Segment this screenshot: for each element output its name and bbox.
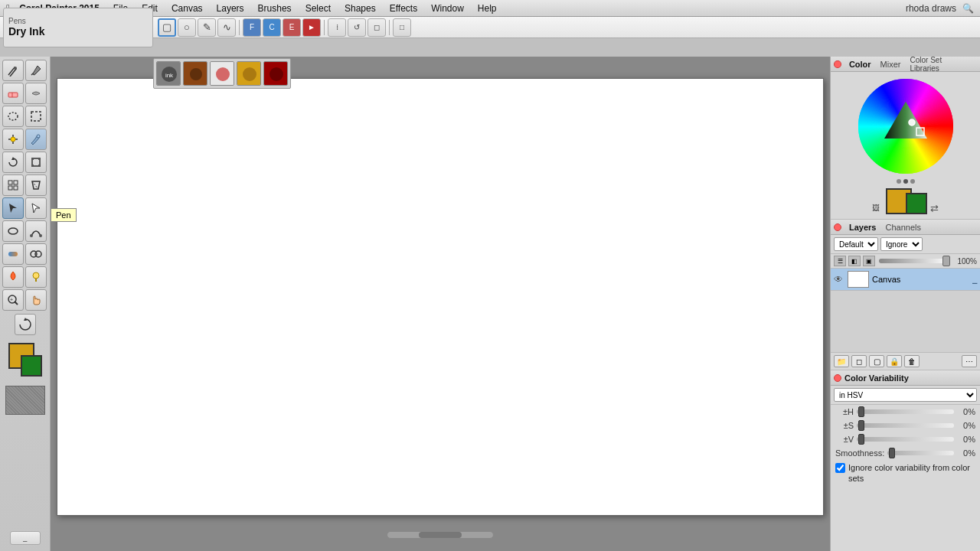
brush-preset-1[interactable]: ink xyxy=(156,61,181,86)
color-wheel[interactable] xyxy=(856,77,956,176)
smooth-slider-track[interactable] xyxy=(887,451,954,455)
fg-bg-color-display[interactable] xyxy=(5,340,45,380)
menu-select[interactable]: Select xyxy=(299,2,337,15)
brush-tool[interactable] xyxy=(2,60,24,81)
color-icon-left[interactable]: 🖼 xyxy=(872,204,883,214)
erase-back-btn[interactable]: ► xyxy=(302,18,321,37)
magic-wand-tool[interactable] xyxy=(2,129,24,150)
fill-front-btn[interactable]: F xyxy=(243,18,261,37)
bg-color-swatch[interactable] xyxy=(21,355,42,377)
tab-layers[interactable]: Layers xyxy=(844,221,880,233)
layers-btn-4[interactable]: 🔒 xyxy=(887,355,902,367)
fill-color-btn[interactable]: C xyxy=(263,18,281,37)
layer-expand-icon[interactable]: ⎯ xyxy=(972,276,977,284)
layer-visibility-eye[interactable]: 👁 xyxy=(834,274,844,285)
composite-method-select[interactable]: Default xyxy=(834,237,878,251)
h-scrollbar[interactable] xyxy=(387,531,494,539)
lasso-tool[interactable] xyxy=(2,106,24,127)
v-slider-thumb[interactable] xyxy=(858,434,864,445)
v-slider-track[interactable] xyxy=(857,437,954,442)
h-slider-track[interactable] xyxy=(857,409,954,414)
brush-preset-3[interactable] xyxy=(210,61,234,86)
paper-texture-swatch[interactable] xyxy=(5,386,45,415)
layers-btn-1[interactable]: 📁 xyxy=(834,355,849,367)
blend-mode-select[interactable]: Ignore xyxy=(880,237,923,251)
tab-color[interactable]: Color xyxy=(844,58,876,70)
layer-icon-2[interactable]: ◧ xyxy=(848,256,861,266)
color-wheel-canvas[interactable] xyxy=(856,77,956,176)
stroke-pen-btn[interactable]: ✎ xyxy=(198,18,216,37)
canvas-layer-row[interactable]: 👁 Canvas ⎯ xyxy=(831,269,980,291)
shape-rect-btn[interactable]: ▢ xyxy=(158,18,176,37)
bg-swatch-large[interactable] xyxy=(906,193,927,214)
rect-select-tool[interactable] xyxy=(25,106,47,127)
layers-btn-more[interactable]: ⋯ xyxy=(962,355,977,367)
rotate-canvas-tool[interactable] xyxy=(15,314,36,335)
burn-tool[interactable] xyxy=(2,266,24,288)
erase-front-btn[interactable]: E xyxy=(283,18,301,37)
layers-panel-close[interactable] xyxy=(834,223,841,231)
hand-tool[interactable] xyxy=(25,289,47,311)
canvas-area[interactable] xyxy=(51,57,830,551)
menu-brushes[interactable]: Brushes xyxy=(252,2,298,15)
h-slider-thumb[interactable] xyxy=(858,406,864,417)
tab-channels[interactable]: Channels xyxy=(880,221,925,233)
distort-tool[interactable] xyxy=(25,174,47,196)
opacity-slider-thumb[interactable] xyxy=(942,256,950,266)
brush-preset-2[interactable] xyxy=(183,61,207,86)
spacing-btn[interactable]: ⁞ xyxy=(328,18,346,37)
drawing-canvas[interactable] xyxy=(57,78,824,516)
rotate-tool[interactable] xyxy=(2,152,24,173)
eraser-tool[interactable] xyxy=(2,83,24,104)
arrow-tool[interactable] xyxy=(2,197,24,219)
capture-btn[interactable]: □ xyxy=(393,18,411,37)
bezier-tool[interactable] xyxy=(25,220,47,242)
layers-btn-2[interactable]: ◻ xyxy=(851,355,867,367)
direct-select-tool[interactable] xyxy=(25,197,47,219)
swap-colors-btn[interactable]: ⇄ xyxy=(930,203,939,214)
menu-shapes[interactable]: Shapes xyxy=(338,2,382,15)
grid-tool[interactable] xyxy=(2,174,24,196)
shape-tool[interactable] xyxy=(2,220,24,242)
blend-tool[interactable] xyxy=(2,243,24,265)
menu-layers[interactable]: Layers xyxy=(211,2,250,15)
layer-icon-3[interactable]: ▣ xyxy=(863,256,875,266)
tab-mixer[interactable]: Mixer xyxy=(876,58,906,70)
s-slider-track[interactable] xyxy=(857,423,954,428)
color-slider-row xyxy=(835,179,975,184)
menu-canvas[interactable]: Canvas xyxy=(165,2,209,15)
menu-help[interactable]: Help xyxy=(472,2,503,15)
opacity-slider-track[interactable] xyxy=(879,259,950,263)
brush-preset-5[interactable] xyxy=(263,61,288,86)
menu-window[interactable]: Window xyxy=(425,2,470,15)
shape-circle-btn[interactable]: ○ xyxy=(178,18,196,37)
interp-btn[interactable]: ↺ xyxy=(348,18,366,37)
color-panel-close[interactable] xyxy=(834,60,841,68)
menu-effects[interactable]: Effects xyxy=(384,2,423,15)
pen-name-label: Dry Ink xyxy=(8,25,148,37)
zoom-tool[interactable]: + xyxy=(2,289,24,311)
stroke-wave-btn[interactable]: ∿ xyxy=(217,18,236,37)
pen-vector-tool[interactable] xyxy=(25,129,47,150)
bottom-toggle[interactable]: ⎯ xyxy=(10,531,41,545)
dodge-tool[interactable] xyxy=(25,266,47,288)
layers-btn-5[interactable]: 🗑 xyxy=(904,355,920,367)
color-var-mode-select[interactable]: in HSV xyxy=(834,388,977,402)
smooth-slider-thumb[interactable] xyxy=(889,448,895,458)
layer-icon-1[interactable]: ☰ xyxy=(834,256,846,266)
brush-preset-4[interactable] xyxy=(237,61,261,86)
color-var-close[interactable] xyxy=(834,374,841,382)
clone-tool[interactable] xyxy=(25,243,47,265)
s-slider-thumb[interactable] xyxy=(858,420,864,431)
pen-selector[interactable]: Pens Dry Ink xyxy=(3,8,153,47)
transform-btn[interactable]: ◻ xyxy=(368,18,386,37)
search-icon[interactable]: 🔍 xyxy=(962,3,974,14)
v-label: ±V xyxy=(835,435,854,444)
transform-tool[interactable] xyxy=(25,152,47,173)
dropper-tool[interactable] xyxy=(25,60,47,81)
smear-tool[interactable] xyxy=(25,83,47,104)
h-scrollbar-thumb[interactable] xyxy=(419,532,461,538)
layers-btn-3[interactable]: ▢ xyxy=(869,355,884,367)
tool-toggle-btn[interactable]: ⎯ xyxy=(10,531,41,545)
ignore-color-var-checkbox[interactable] xyxy=(835,463,845,473)
